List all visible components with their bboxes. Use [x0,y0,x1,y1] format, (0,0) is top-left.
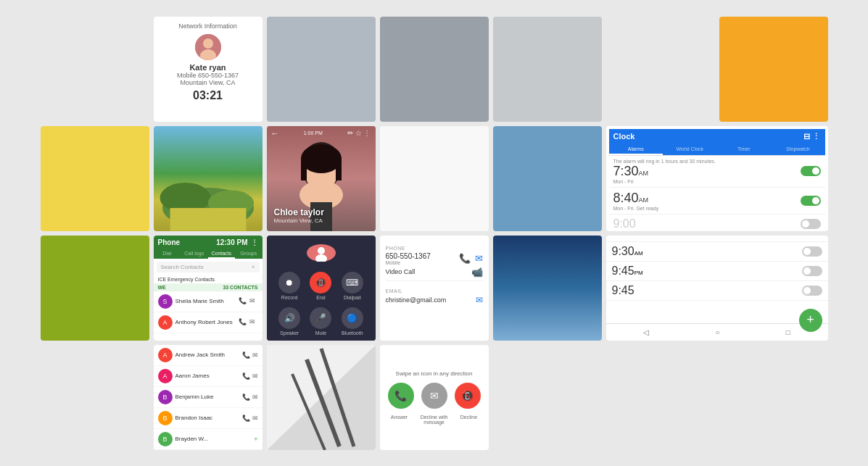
alarm-toggle-list-1[interactable] [802,246,822,257]
avatar-brayden: B [158,432,173,446]
dialpad-icon: ⌨ [342,272,363,294]
alarm-toggle-2[interactable] [801,196,821,206]
alarm-time-2: 8:40AM [613,191,801,206]
alarm-toggle-list-3[interactable] [802,286,822,296]
nav-recents-clock[interactable]: □ [786,328,790,336]
kate-name: Kate ryan [160,63,257,72]
msg-aaron[interactable]: ✉ [252,373,258,380]
fab-add[interactable]: + [799,309,822,332]
clock-title: Clock ⊟ ⋮ [609,129,825,144]
clock-alarm-2: 9:45PM [606,262,828,281]
call-icon-anthony[interactable]: 📞 [239,318,247,327]
record-btn[interactable]: ⏺ Record [278,272,300,300]
email-section: EMAIL christine@gmail.com ✉ [386,280,483,305]
decline-label: Decline [455,415,484,425]
add-brayden[interactable]: + [254,436,257,443]
avatar-benjamin: B [158,390,173,404]
grey-tile-2 [380,17,489,122]
contact-andrew[interactable]: A Andrew Jack Smith 📞 ✉ [154,345,263,366]
time-badge: 1:00 PM [304,130,323,136]
alarm-toggle-1[interactable] [801,166,821,176]
call-icon-shelia[interactable]: 📞 [239,297,247,306]
decline-msg-btn[interactable]: ✉ [421,383,447,409]
email-row: christine@gmail.com ✉ [386,295,483,305]
back-icon[interactable]: ← [271,129,279,138]
phone-info-tile: Network Information Kate ryan Mobile 650… [154,17,263,122]
andrew-actions: 📞 ✉ [242,351,258,359]
record-label: Record [281,295,298,300]
brandon-actions: 📞 ✉ [242,415,258,422]
phone-section-label: PHONE [386,246,483,251]
name-brandon: Brandon Isaac [175,415,239,421]
svg-point-10 [301,144,342,173]
bluetooth-btn[interactable]: 🔵 Bluetooth [342,307,363,336]
dialpad-btn[interactable]: ⌨ Dialpad [342,272,363,300]
clock-list-nav: ◁ ○ □ [606,323,828,341]
chloe-location: Mountain View, CA [274,217,324,224]
alarm-ap2: PM [635,270,643,276]
mute-btn[interactable]: 🎤 Mute [310,307,331,336]
main-grid: Network Information Kate ryan Mobile 650… [41,17,828,450]
answer-btn[interactable]: 📞 [388,383,414,409]
msg-brandon[interactable]: ✉ [252,415,258,422]
clock-list-tile: 9:30AM 9:45PM 9:45 + [606,236,828,341]
sms-icon[interactable]: ✉ [475,253,483,264]
grey-tile-3 [493,17,602,122]
msg-andrew[interactable]: ✉ [252,351,258,359]
video-icon[interactable]: 📹 [471,267,483,278]
tab-contacts[interactable]: Contacts [208,249,236,259]
shelia-actions: 📞 ✉ [239,297,258,306]
msg-icon-shelia[interactable]: ✉ [249,297,258,306]
call-benjamin[interactable]: 📞 [242,394,250,401]
mute-label: Mute [315,330,327,336]
msg-icon-anthony[interactable]: ✉ [249,318,258,327]
tab-stopwatch[interactable]: Stopwatch [771,144,825,155]
avatar-anthony: A [158,315,173,330]
decline-btn[interactable]: 📵 [455,383,481,409]
contact-shelia[interactable]: S Shelia Marie Smith 📞 ✉ [154,291,263,312]
search-contacts[interactable]: Search Contacts + [157,262,260,272]
contact-detail-tile: PHONE 650-550-1367 Mobile 📞 ✉ Video Call… [380,236,489,341]
nav-home-clock[interactable]: ○ [715,328,719,336]
blue-tile [493,126,602,231]
call-icon[interactable]: 📞 [459,253,471,264]
tab-dial[interactable]: Dial [154,249,181,259]
end-btn[interactable]: 📵 End [310,272,331,300]
name-anthony: Anthony Robert Jones [175,319,236,325]
contact-brandon[interactable]: B Brandon Isaac 📞 ✉ [154,408,263,429]
geometric-tile-2 [267,345,376,450]
call-buttons-row2: 🔊 Speaker 🎤 Mute 🔵 Bluetooth [267,304,376,338]
call-aaron[interactable]: 📞 [242,373,250,380]
phone-app-title: Phone [158,238,181,246]
avatar-brandon: B [158,411,173,425]
alarm-item-2: 8:40AM Mon - Fri. Get ready [609,188,825,215]
call-andrew[interactable]: 📞 [242,351,250,359]
alarm-item-3: 9:00 [609,215,825,231]
chloe-taylor-tile: ← 1:00 PM ✏ ☆ ⋮ Chloe taylor Mountain Vi… [267,126,376,231]
call-timer: 03:21 [160,89,257,102]
name-andrew: Andrew Jack Smith [175,351,239,358]
svg-point-18 [315,254,327,262]
email-icon[interactable]: ✉ [476,295,483,305]
call-buttons-row1: ⏺ Record 📵 End ⌨ Dialpad [267,267,376,304]
clock-tabs: Alarms World Clock Timer Stopwatch [609,144,825,156]
tab-call-logs[interactable]: Call logs [181,249,208,259]
action-icons: ✏ ☆ ⋮ [347,129,371,137]
call-brandon[interactable]: 📞 [242,415,250,422]
svg-rect-6 [170,208,246,231]
tab-groups[interactable]: Groups [235,249,263,259]
contact-anthony[interactable]: A Anthony Robert Jones 📞 ✉ [154,312,263,333]
speaker-btn[interactable]: 🔊 Speaker [278,307,300,336]
contact-benjamin[interactable]: B Benjamin Luke 📞 ✉ [154,387,263,408]
clock-list-header [606,236,828,242]
contact-brayden[interactable]: B Brayden W... + [154,429,263,450]
tab-world-clock[interactable]: World Clock [663,144,717,155]
alarm-toggle-list-2[interactable] [802,266,822,276]
msg-benjamin[interactable]: ✉ [252,394,258,401]
alarm-toggle-3[interactable] [801,219,821,229]
nav-back-clock[interactable]: ◁ [643,328,649,336]
kate-location: Mountain View, CA [160,79,257,86]
contact-aaron[interactable]: A Aaron James 📞 ✉ [154,366,263,387]
tab-alarms[interactable]: Alarms [609,144,664,155]
tab-timer[interactable]: Timer [717,144,772,155]
